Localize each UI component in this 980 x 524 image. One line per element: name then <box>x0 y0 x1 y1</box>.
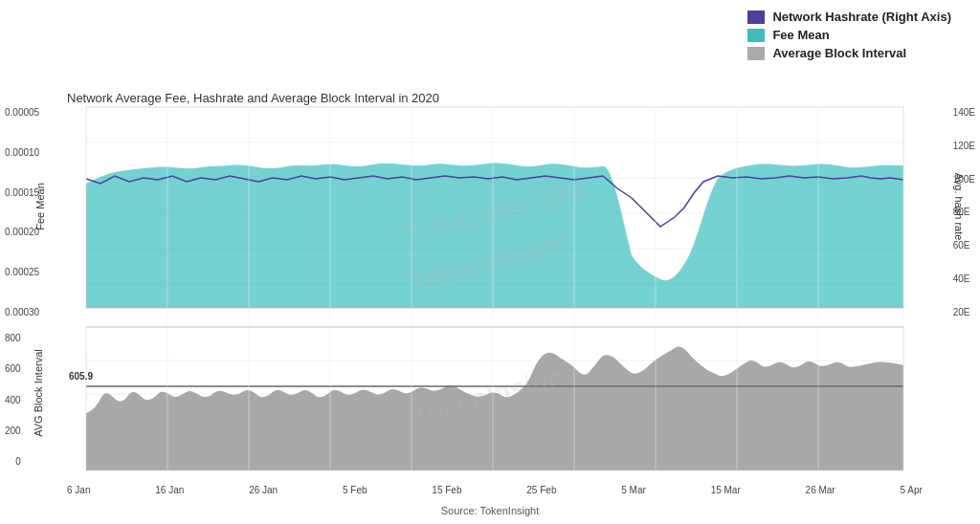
x-label-15feb: 15 Feb <box>432 485 461 495</box>
x-label-26jan: 26 Jan <box>249 485 278 495</box>
legend-item-hashrate: Network Hashrate (Right Axis) <box>747 10 951 24</box>
legend-swatch-purple <box>747 11 765 24</box>
x-label-5mar: 5 Mar <box>621 485 646 495</box>
y-label-avg-block: AVG Block Interval <box>33 336 44 450</box>
legend-swatch-gray <box>747 47 765 60</box>
legend-item-fee: Fee Mean <box>747 28 951 42</box>
source-label: Source: TokenInsight <box>0 505 980 516</box>
x-label-25feb: 25 Feb <box>526 485 556 495</box>
annotation-605: 605.9 <box>69 371 93 382</box>
x-axis-labels: 6 Jan 16 Jan 26 Jan 5 Feb 15 Feb 25 Feb … <box>67 485 923 495</box>
x-label-5apr: 5 Apr <box>901 485 923 495</box>
legend-label-block-interval: Average Block Interval <box>772 46 906 60</box>
x-label-6jan: 6 Jan <box>67 485 90 495</box>
legend-label-fee: Fee Mean <box>772 28 829 42</box>
chart-title: Network Average Fee, Hashrate and Averag… <box>67 91 439 105</box>
legend-swatch-teal <box>747 29 765 42</box>
y-label-hash-rate: Avg. hash rate <box>953 159 965 254</box>
legend: Network Hashrate (Right Axis) Fee Mean A… <box>747 10 951 60</box>
x-label-5feb: 5 Feb <box>343 485 368 495</box>
x-label-26mar: 26 Mar <box>806 485 835 495</box>
x-label-15mar: 15 Mar <box>711 485 741 495</box>
legend-item-block-interval: Average Block Interval <box>747 46 951 60</box>
legend-label-hashrate: Network Hashrate (Right Axis) <box>772 10 951 24</box>
y-axis-left-bottom: 800 600 400 200 0 <box>5 333 21 467</box>
y-label-fee-mean: Fee Mean <box>34 149 46 264</box>
x-label-16jan: 16 Jan <box>155 485 184 495</box>
main-container: TokenInsight Network Hashrate (Right Axi… <box>0 0 980 524</box>
charts-svg: TokenInsight TokenInsight <box>67 107 923 470</box>
